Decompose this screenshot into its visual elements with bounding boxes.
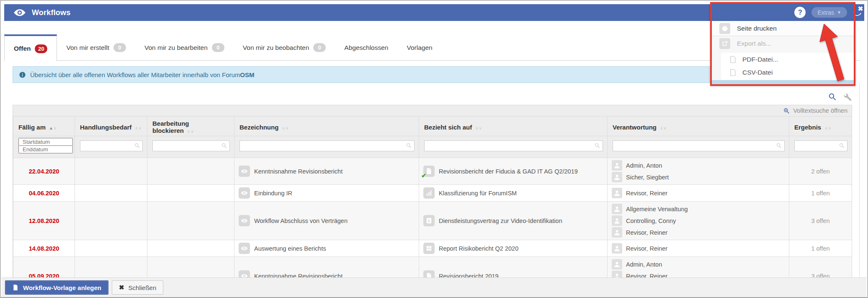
tab-offen[interactable]: Offen20 xyxy=(4,34,57,61)
eye-icon xyxy=(239,215,250,226)
person-entry: Sicher, Siegbert xyxy=(612,172,785,182)
table-row[interactable]: 12.08.2020Workflow Abschluss von Verträg… xyxy=(13,202,852,240)
tab-count-badge: 20 xyxy=(35,44,47,53)
tab-von-mir-zu-bearbeiten[interactable]: Von mir zu bearbeiten0 xyxy=(135,34,234,61)
column-header-ergebnis[interactable]: Ergebnis∧∨ xyxy=(789,117,852,136)
bearbeitung-blockieren-cell xyxy=(147,158,234,185)
person-name: Revisor, Reiner xyxy=(626,229,667,236)
search-plus-icon xyxy=(783,107,790,114)
table-filter-row xyxy=(13,136,852,158)
column-label: Verantwortung xyxy=(613,124,657,131)
fulltext-search-link[interactable]: Volltextsuche öffnen xyxy=(13,105,852,116)
tab-label: Von mir zu beobachten xyxy=(243,44,309,52)
workflow-name: Einbindung IR xyxy=(254,190,292,197)
tab-vorlagen[interactable]: Vorlagen xyxy=(397,34,441,61)
person-icon xyxy=(612,160,622,171)
bearbeitung-blockieren-cell xyxy=(147,257,234,279)
column-header-handlungsbedarf[interactable]: Handlungsbedarf∧∨ xyxy=(75,117,147,136)
filter-search-input[interactable] xyxy=(240,140,415,151)
tab-von-mir-erstellt[interactable]: Von mir erstellt0 xyxy=(57,34,135,61)
footer-bar: Workflow-Vorlage anlegen ✖ Schließen xyxy=(2,277,866,297)
column-label: Bezeichnung xyxy=(240,124,278,131)
info-text: Übersicht über alle offenen Workflows al… xyxy=(30,71,255,78)
sort-arrows-icon: ∧∨ xyxy=(282,126,289,130)
filter-cell xyxy=(13,136,75,158)
filter-cell xyxy=(234,136,419,158)
person-icon xyxy=(612,259,622,269)
related-item-name: Klassifizierung für ForumISM xyxy=(439,190,517,197)
ergebnis-cell: 2 offen xyxy=(789,158,852,185)
verantwortung-cell: Admin, AntonSicher, Siegbert xyxy=(608,158,789,185)
scroll-track[interactable] xyxy=(859,83,860,297)
person-entry: Admin, Anton xyxy=(612,259,785,269)
handlungsbedarf-cell xyxy=(75,240,147,257)
table-row[interactable]: 22.04.2020Kenntnisnahme Revisionsbericht… xyxy=(13,158,852,185)
sort-arrows-icon: ∧∨ xyxy=(187,129,194,134)
page-icon xyxy=(12,284,19,291)
verantwortung-cell: Revisor, Reiner xyxy=(608,185,789,202)
filter-search-input[interactable] xyxy=(794,140,847,151)
handlungsbedarf-cell xyxy=(75,185,147,202)
bearbeitung-blockieren-cell xyxy=(147,240,234,257)
close-icon[interactable]: ✖ xyxy=(855,3,866,14)
tab-label: Von mir zu bearbeiten xyxy=(144,44,208,52)
handlungsbedarf-cell xyxy=(75,257,147,279)
person-entry: Revisor, Reiner xyxy=(612,227,785,238)
filter-search-input[interactable] xyxy=(152,140,230,151)
bezieht-sich-auf-cell: ✔Revisionsbericht der Fiducia & GAD IT A… xyxy=(419,158,608,185)
sort-arrows-icon: ▲∨ xyxy=(49,126,57,130)
settings-wrench-icon[interactable] xyxy=(843,92,852,101)
person-name: Admin, Anton xyxy=(626,162,662,169)
due-date-cell: 12.08.2020 xyxy=(13,202,75,240)
table-row[interactable]: 05.09.2020Kenntnisnahme Revisionsbericht… xyxy=(13,257,852,279)
filter-end-date-input[interactable] xyxy=(18,145,73,153)
column-header-fällig-am[interactable]: Fällig am▲∨ xyxy=(13,117,75,136)
filter-search-input[interactable] xyxy=(424,140,603,151)
bezieht-sich-auf-cell: Report Risikobericht Q2 2020 xyxy=(419,240,608,257)
column-label: Fällig am xyxy=(18,124,46,131)
bezieht-sich-auf-cell: ✔Revisionsbericht 2019 xyxy=(419,257,608,279)
tab-count-badge: 0 xyxy=(113,43,126,52)
search-icon[interactable] xyxy=(828,92,837,101)
column-label: Bearbeitung blockieren xyxy=(152,120,189,134)
column-header-bezieht-sich-auf[interactable]: Bezieht sich auf∧∨ xyxy=(419,117,608,136)
filter-cell xyxy=(608,136,789,158)
column-header-verantwortung[interactable]: Verantwortung∧∨ xyxy=(608,117,789,136)
related-item-name: Dienstleistungsvertrag zur Video-Identif… xyxy=(439,218,562,224)
ergebnis-cell: 3 offen xyxy=(789,257,852,279)
table-row[interactable]: 04.06.2020Einbindung IRKlassifizierung f… xyxy=(13,185,852,202)
due-date-cell: 04.06.2020 xyxy=(13,185,75,202)
workflows-eye-icon xyxy=(13,6,26,19)
person-name: Admin, Anton xyxy=(626,261,662,268)
extras-dropdown-overlay: ? Extras▼ Seite druckenExport als... PDF… xyxy=(710,2,855,86)
tab-label: Von mir erstellt xyxy=(66,44,109,52)
chart-icon xyxy=(423,187,435,199)
eye-icon xyxy=(239,166,250,177)
person-icon xyxy=(612,204,622,214)
verantwortung-cell: Revisor, Reiner xyxy=(608,240,789,257)
filter-cell xyxy=(419,136,608,158)
person-icon xyxy=(612,227,622,238)
tab-von-mir-zu-beobachten[interactable]: Von mir zu beobachten0 xyxy=(234,34,335,61)
related-item-name: Revisionsbericht der Fiducia & GAD IT AG… xyxy=(439,168,578,175)
close-button[interactable]: ✖ Schließen xyxy=(112,280,163,295)
filter-search-input[interactable] xyxy=(613,140,785,151)
verantwortung-cell: Admin, AntonRevisor, ReinerSicher, Siegb… xyxy=(608,257,789,279)
eye-icon xyxy=(239,243,250,254)
person-icon xyxy=(612,215,622,226)
filter-start-date-input[interactable] xyxy=(18,138,73,146)
column-header-bearbeitung-blockieren[interactable]: Bearbeitung blockieren∧∨ xyxy=(147,117,234,136)
column-header-bezeichnung[interactable]: Bezeichnung∧∨ xyxy=(234,117,419,136)
eye-icon xyxy=(239,187,250,199)
table-toolbar xyxy=(828,92,852,101)
ergebnis-cell: 1 offen xyxy=(789,185,852,202)
tab-abgeschlossen[interactable]: Abgeschlossen xyxy=(335,34,397,61)
filter-cell xyxy=(147,136,234,158)
bezeichnung-cell: Einbindung IR xyxy=(234,185,419,202)
person-entry: Allgemeine Verwaltung xyxy=(612,204,785,214)
table-row[interactable]: 14.08.2020Auswertung eines BerichtsRepor… xyxy=(13,240,852,257)
bezeichnung-cell: Workflow Abschluss von Verträgen xyxy=(234,202,419,240)
column-label: Ergebnis xyxy=(794,124,821,131)
filter-search-input[interactable] xyxy=(80,140,143,151)
create-workflow-template-button[interactable]: Workflow-Vorlage anlegen xyxy=(5,280,108,295)
